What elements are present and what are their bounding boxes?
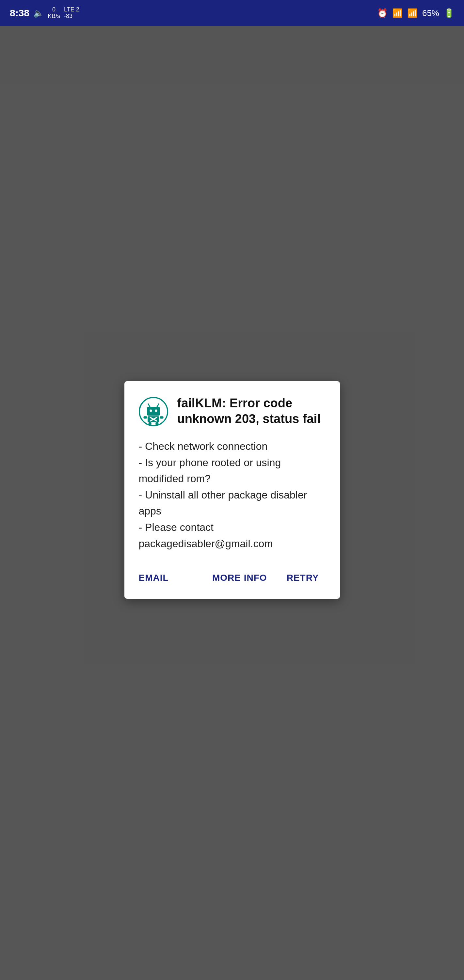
signal-icon: 📶: [407, 8, 418, 18]
dialog-body: - Check network connection - Is your pho…: [139, 438, 326, 552]
more-info-button[interactable]: MORE INFO: [212, 568, 273, 588]
svg-rect-9: [143, 416, 147, 418]
battery-icon: 🔋: [444, 8, 454, 18]
retry-button[interactable]: RETRY: [280, 568, 326, 588]
app-icon: [139, 397, 168, 426]
status-bar-right: ⏰ 📶 📶 65% 🔋: [377, 8, 454, 18]
alarm-icon: ⏰: [377, 8, 388, 18]
battery-percentage: 65%: [422, 8, 439, 18]
dialog-header: failKLM: Error code unknown 203, status …: [139, 396, 326, 426]
status-bar-left: 8:38 🔈 0KB/s LTE 2-83: [10, 6, 79, 20]
lte-indicator: LTE 2-83: [64, 6, 79, 20]
svg-point-5: [155, 410, 157, 412]
svg-rect-8: [156, 422, 158, 425]
svg-line-2: [148, 404, 149, 407]
svg-rect-7: [148, 422, 151, 425]
wifi-icon: 📶: [392, 8, 403, 18]
dialog-actions-right: MORE INFO RETRY: [212, 568, 326, 588]
svg-rect-10: [160, 416, 163, 418]
svg-line-3: [157, 404, 158, 407]
dialog-body-text: - Check network connection - Is your pho…: [139, 440, 307, 549]
email-button[interactable]: EMAIL: [139, 568, 175, 588]
error-dialog: failKLM: Error code unknown 203, status …: [124, 381, 340, 599]
svg-rect-1: [147, 407, 160, 416]
svg-point-4: [149, 410, 152, 412]
status-bar: 8:38 🔈 0KB/s LTE 2-83 ⏰ 📶 📶 65% 🔋: [0, 0, 464, 26]
dialog-actions: EMAIL MORE INFO RETRY: [139, 568, 326, 588]
status-time: 8:38: [10, 8, 29, 19]
network-speed: 0KB/s: [48, 6, 60, 20]
dialog-title: failKLM: Error code unknown 203, status …: [177, 396, 326, 426]
volume-icon: 🔈: [33, 8, 44, 18]
